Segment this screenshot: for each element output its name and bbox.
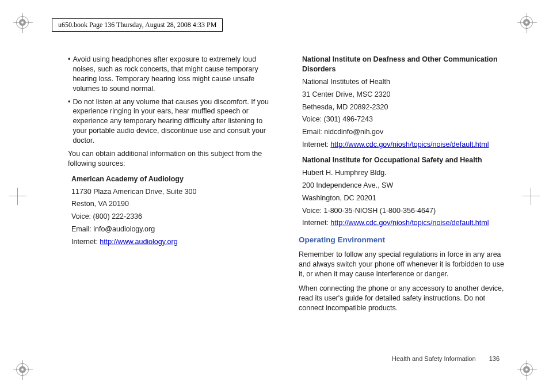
registration-mark-icon — [16, 16, 29, 29]
source-line: Voice: (800) 222-2336 — [71, 212, 278, 222]
page-footer: Health and Safety Information 136 — [392, 355, 500, 362]
source-title: American Academy of Audiology — [71, 174, 278, 184]
source-line: Voice: 1-800-35-NIOSH (1-800-356-4647) — [302, 206, 509, 216]
source-line: Voice: (301) 496-7243 — [302, 115, 509, 124]
bullet-dot-icon: • — [68, 55, 70, 94]
body-paragraph: When connecting the phone or any accesso… — [299, 284, 509, 313]
bullet-item: • Do not listen at any volume that cause… — [68, 97, 278, 146]
source-line: Hubert H. Humphrey Bldg. — [302, 168, 509, 178]
bullet-text: Do not listen at any volume that causes … — [73, 97, 278, 146]
source-line: Email: nidcdinfo@nih.gov — [302, 127, 509, 137]
internet-link[interactable]: http://www.cdc.gov/niosh/topics/noise/de… — [330, 219, 489, 227]
source-block-audiology: American Academy of Audiology 11730 Plaz… — [71, 174, 278, 247]
source-line: National Institutes of Health — [302, 77, 509, 87]
link-label: Internet: — [302, 219, 330, 227]
link-label: Internet: — [71, 238, 100, 246]
crop-mark-icon — [523, 188, 540, 205]
source-line: Email: info@audiology.org — [71, 224, 278, 234]
source-line: Washington, DC 20201 — [302, 193, 509, 203]
internet-link[interactable]: http://www.audiology.org — [100, 238, 177, 246]
body-paragraph: Remember to follow any special regulatio… — [299, 250, 509, 279]
source-line: Internet: http://www.cdc.gov/niosh/topic… — [302, 218, 509, 228]
source-title: National Institute on Deafness and Other… — [302, 55, 509, 74]
source-line: 200 Independence Ave., SW — [302, 181, 509, 191]
bullet-text: Avoid using headphones after exposure to… — [73, 55, 278, 94]
internet-link[interactable]: http://www.cdc.gov/niosh/topics/noise/de… — [330, 140, 489, 149]
source-line: 31 Center Drive, MSC 2320 — [302, 90, 509, 100]
section-heading: Operating Environment — [299, 235, 509, 245]
page-number: 136 — [489, 355, 500, 362]
footer-label: Health and Safety Information — [392, 355, 476, 362]
registration-mark-icon — [520, 363, 533, 376]
source-block-niosh: National Institute for Occupational Safe… — [302, 155, 509, 228]
crop-mark-icon — [9, 188, 26, 205]
source-line: Reston, VA 20190 — [71, 199, 278, 209]
page-header-meta: u650.book Page 136 Thursday, August 28, … — [52, 18, 223, 32]
source-line: 11730 Plaza American Drive, Suite 300 — [71, 187, 278, 197]
source-line: Internet: http://www.cdc.gov/niosh/topic… — [302, 140, 509, 150]
registration-mark-icon — [16, 363, 29, 376]
source-line: Bethesda, MD 20892-2320 — [302, 102, 509, 112]
bullet-item: • Avoid using headphones after exposure … — [68, 55, 278, 94]
bullet-dot-icon: • — [68, 97, 70, 146]
source-line: Internet: http://www.audiology.org — [71, 237, 278, 247]
link-label: Internet: — [302, 140, 330, 149]
intro-text: You can obtain additional information on… — [68, 149, 278, 169]
right-column: National Institute on Deafness and Other… — [299, 55, 509, 357]
source-block-nidcd: National Institute on Deafness and Other… — [302, 55, 509, 150]
left-column: • Avoid using headphones after exposure … — [68, 55, 278, 357]
registration-mark-icon — [520, 16, 533, 29]
source-title: National Institute for Occupational Safe… — [302, 155, 509, 165]
